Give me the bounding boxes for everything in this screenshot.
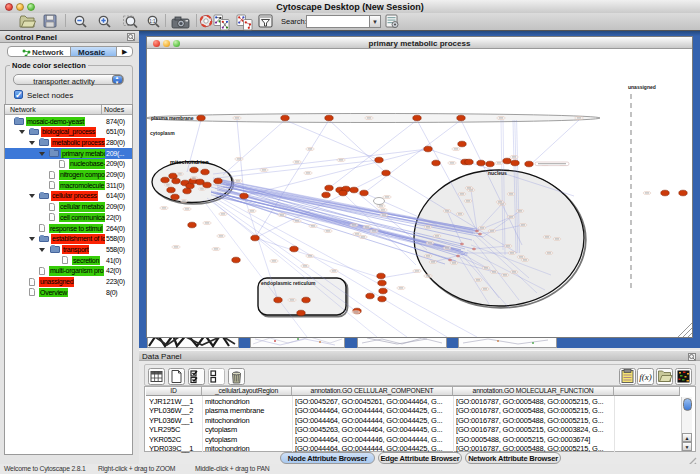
svg-text:unassigned: unassigned [628, 84, 656, 90]
svg-text:cytoplasm: cytoplasm [150, 130, 175, 136]
svg-text:plasma membrane: plasma membrane [151, 115, 194, 121]
svg-text:f(x): f(x) [639, 372, 652, 382]
svg-text:mitochondrion: mitochondrion [170, 159, 209, 165]
svg-text:nucleus: nucleus [488, 170, 507, 176]
svg-text:endoplasmic reticulum: endoplasmic reticulum [261, 280, 316, 286]
svg-text:1:1: 1:1 [149, 19, 156, 24]
